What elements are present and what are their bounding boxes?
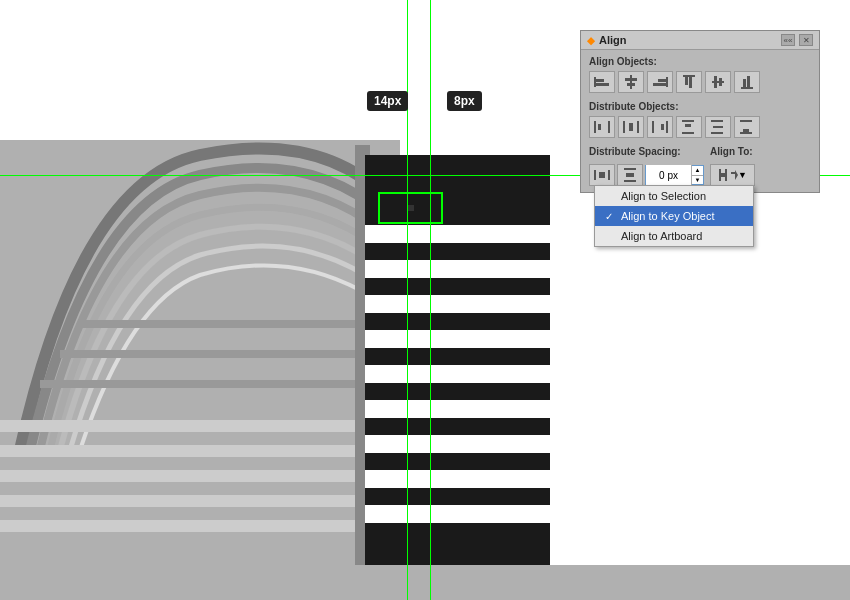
svg-rect-18 (653, 83, 666, 86)
spacing-input[interactable] (646, 165, 691, 185)
svg-rect-33 (629, 123, 633, 131)
svg-rect-54 (721, 173, 725, 177)
svg-rect-49 (624, 168, 636, 170)
align-left-btn[interactable] (589, 71, 615, 93)
spinner-up[interactable]: ▲ (692, 165, 703, 176)
panel-collapse-btn[interactable]: «« (781, 34, 795, 46)
align-to-key-object-label: Align to Key Object (621, 210, 715, 222)
dist-left-btn[interactable] (589, 116, 615, 138)
distribute-objects-row (589, 116, 811, 138)
svg-rect-47 (608, 170, 610, 180)
svg-rect-40 (711, 120, 723, 122)
dist-center-h-btn[interactable] (618, 116, 644, 138)
dist-top-btn[interactable] (676, 116, 702, 138)
bottom-bar (0, 565, 850, 600)
svg-rect-44 (740, 132, 752, 134)
svg-rect-27 (747, 76, 750, 87)
key-object-checkmark: ✓ (605, 211, 617, 222)
guide-vertical-2 (430, 0, 431, 600)
spinner-down[interactable]: ▼ (692, 176, 703, 186)
svg-rect-1 (0, 420, 390, 432)
align-to-group: Align To: ▼ (710, 146, 755, 186)
svg-rect-15 (627, 83, 635, 86)
svg-rect-36 (661, 124, 664, 130)
svg-rect-46 (594, 170, 596, 180)
svg-rect-12 (596, 83, 609, 86)
svg-rect-43 (740, 120, 752, 122)
panel-bottom-row: Distribute Spacing: ▲ ▼ (589, 146, 811, 186)
svg-rect-24 (719, 78, 722, 86)
align-to-icon (718, 167, 738, 183)
svg-rect-6 (40, 380, 380, 388)
svg-rect-8 (80, 320, 360, 328)
distribute-spacing-group: Distribute Spacing: ▲ ▼ (589, 146, 704, 186)
align-objects-label: Align Objects: (589, 56, 811, 67)
align-to-btn[interactable]: ▼ Align to Selection ✓ Align to Key Obje… (710, 164, 755, 186)
svg-rect-17 (658, 79, 666, 82)
arrow-8px: ↔ (455, 115, 495, 131)
svg-rect-25 (741, 87, 753, 89)
svg-rect-26 (743, 79, 746, 87)
dist-bottom-btn[interactable] (734, 116, 760, 138)
align-right-btn[interactable] (647, 71, 673, 93)
svg-rect-22 (712, 81, 724, 83)
svg-rect-20 (685, 77, 688, 85)
align-center-v-btn[interactable] (705, 71, 731, 93)
align-to-artboard-item[interactable]: Align to Artboard (595, 226, 753, 246)
guide-vertical-1 (407, 0, 408, 600)
svg-rect-5 (0, 520, 390, 532)
dist-center-v-btn[interactable] (705, 116, 731, 138)
svg-rect-23 (714, 76, 717, 88)
svg-rect-4 (0, 495, 390, 507)
align-to-selection-item[interactable]: Align to Selection (595, 186, 753, 206)
dist-space-v-btn[interactable] (617, 164, 643, 186)
align-to-dropdown-arrow: ▼ (738, 170, 747, 180)
svg-rect-19 (683, 75, 695, 77)
svg-rect-41 (711, 132, 723, 134)
svg-rect-34 (652, 121, 654, 133)
svg-rect-3 (0, 470, 390, 482)
svg-rect-42 (713, 126, 723, 128)
svg-rect-28 (594, 121, 596, 133)
spacing-input-wrapper: ▲ ▼ (645, 165, 704, 185)
dist-right-btn[interactable] (647, 116, 673, 138)
align-to-label: Align To: (710, 146, 755, 157)
panel-title: ◆ Align (587, 34, 627, 46)
svg-rect-2 (0, 445, 390, 457)
align-center-h-btn[interactable] (618, 71, 644, 93)
svg-rect-30 (598, 124, 601, 130)
align-icon: ◆ (587, 35, 595, 46)
dimension-label-8px: 8px (447, 91, 482, 111)
svg-rect-7 (60, 350, 370, 358)
panel-controls: «« ✕ (781, 34, 813, 46)
align-top-btn[interactable] (676, 71, 702, 93)
selection-box[interactable] (378, 192, 443, 224)
dimension-label-14px: 14px (367, 91, 408, 111)
svg-rect-11 (596, 79, 604, 82)
spinner[interactable]: ▲ ▼ (691, 165, 703, 185)
align-objects-row (589, 71, 811, 93)
align-to-dropdown: Align to Selection ✓ Align to Key Object… (594, 185, 754, 247)
distribute-objects-label: Distribute Objects: (589, 101, 811, 112)
dist-space-h-btn[interactable] (589, 164, 615, 186)
svg-rect-35 (666, 121, 668, 133)
align-to-artboard-label: Align to Artboard (621, 230, 702, 242)
svg-rect-51 (626, 173, 634, 177)
svg-rect-38 (682, 132, 694, 134)
svg-rect-37 (682, 120, 694, 122)
svg-rect-53 (725, 169, 727, 181)
align-bottom-btn[interactable] (734, 71, 760, 93)
canvas-area: 14px ↔ 8px ↔ ◆ Align «« ✕ Align Objects: (0, 0, 850, 600)
panel-title-text: Align (599, 34, 627, 46)
svg-rect-21 (689, 77, 692, 88)
align-to-selection-label: Align to Selection (621, 190, 706, 202)
align-to-key-object-item[interactable]: ✓ Align to Key Object (595, 206, 753, 226)
spacing-input-row: ▲ ▼ (589, 164, 704, 186)
svg-rect-31 (623, 121, 625, 133)
svg-rect-32 (637, 121, 639, 133)
panel-close-btn[interactable]: ✕ (799, 34, 813, 46)
svg-rect-16 (666, 77, 668, 87)
svg-rect-50 (624, 180, 636, 182)
svg-rect-10 (594, 77, 596, 87)
selection-handle (408, 205, 414, 211)
